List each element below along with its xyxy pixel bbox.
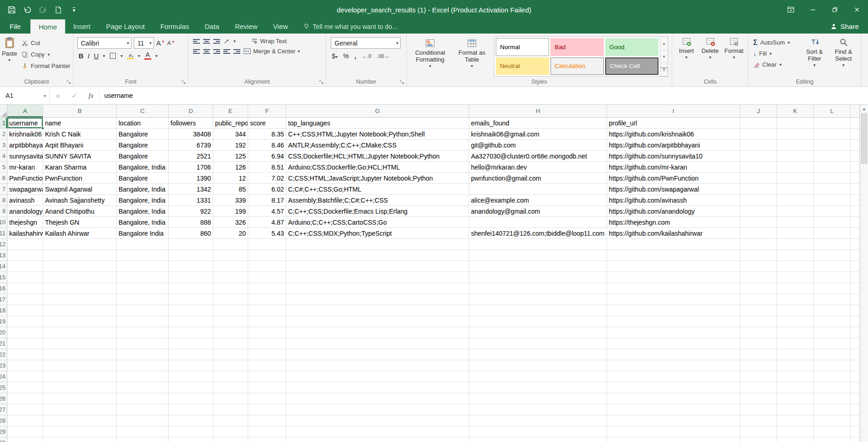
cell-H19[interactable] [469, 316, 607, 327]
cell-F28[interactable] [248, 415, 286, 426]
cell-B6[interactable]: PwnFunction [43, 173, 117, 184]
new-document-icon[interactable] [53, 5, 63, 15]
cell-F2[interactable]: 8.35 [248, 129, 286, 140]
cell-G3[interactable]: ANTLR;Assembly;C;C++;CMake;CSS [286, 140, 469, 151]
row-header-18[interactable]: 18 [0, 305, 7, 316]
cell-H10[interactable] [469, 217, 607, 228]
minimize-icon[interactable] [802, 0, 824, 19]
cell-G22[interactable] [286, 349, 469, 360]
row-header-8[interactable]: 8 [0, 195, 7, 206]
cell-E24[interactable] [213, 371, 248, 382]
row-header-4[interactable]: 4 [0, 151, 7, 162]
cell-L4[interactable] [814, 151, 851, 162]
cell-E10[interactable]: 326 [213, 217, 248, 228]
cell-D14[interactable] [169, 261, 213, 272]
row-header-10[interactable]: 10 [0, 217, 7, 228]
col-header-G[interactable]: G [286, 105, 469, 118]
cell-A7[interactable]: swapagarwal [7, 184, 43, 195]
cell-C1[interactable]: location [117, 118, 169, 129]
cell-I17[interactable] [607, 294, 740, 305]
cell-C29[interactable] [117, 426, 169, 437]
cell-I7[interactable]: https://github.com/swapagarwal [607, 184, 740, 195]
cell-D19[interactable] [169, 316, 213, 327]
cell-J20[interactable] [740, 327, 777, 338]
cell-H26[interactable] [469, 393, 607, 404]
gallery-more-icon[interactable]: ▾ [660, 63, 668, 76]
cell-F11[interactable]: 5.43 [248, 228, 286, 239]
cell-J18[interactable] [740, 305, 777, 316]
cell-H23[interactable] [469, 360, 607, 371]
cell-I23[interactable] [607, 360, 740, 371]
cell-L13[interactable] [814, 250, 851, 261]
cell-M10[interactable] [851, 217, 860, 228]
cell-L18[interactable] [814, 305, 851, 316]
cell-G6[interactable]: C;CSS;HTML;JavaScript;Jupyter Notebook;P… [286, 173, 469, 184]
cell-E25[interactable] [213, 382, 248, 393]
cell-E8[interactable]: 339 [213, 195, 248, 206]
redo-icon[interactable] [38, 5, 48, 15]
cell-J27[interactable] [740, 404, 777, 415]
cell-E5[interactable]: 126 [213, 162, 248, 173]
cell-D8[interactable]: 1331 [169, 195, 213, 206]
cell-A19[interactable] [7, 316, 43, 327]
cell-L28[interactable] [814, 415, 851, 426]
cell-H30[interactable] [469, 437, 607, 442]
insert-cells-button[interactable]: Insert ▾ [675, 34, 698, 60]
cell-A24[interactable] [7, 371, 43, 382]
cell-L7[interactable] [814, 184, 851, 195]
shrink-font-icon[interactable]: A▼ [167, 40, 175, 46]
align-middle-icon[interactable] [203, 39, 210, 44]
cell-G14[interactable] [286, 261, 469, 272]
cell-L3[interactable] [814, 140, 851, 151]
cell-K27[interactable] [777, 404, 814, 415]
cell-H3[interactable]: git@github.com [469, 140, 607, 151]
cell-E1[interactable]: public_repos [213, 118, 248, 129]
cell-B17[interactable] [43, 294, 117, 305]
vertical-scrollbar[interactable]: ▲ [860, 105, 868, 442]
cell-F27[interactable] [248, 404, 286, 415]
cell-H2[interactable]: krishnaik06@gmail.com [469, 129, 607, 140]
cell-A28[interactable] [7, 415, 43, 426]
cell-B23[interactable] [43, 360, 117, 371]
cell-A3[interactable]: arpitbbhayani [7, 140, 43, 151]
cell-K17[interactable] [777, 294, 814, 305]
style-check-cell[interactable]: Check Cell [605, 57, 658, 75]
cell-I21[interactable] [607, 338, 740, 349]
cell-A17[interactable] [7, 294, 43, 305]
align-center-icon[interactable] [203, 49, 210, 54]
cell-B11[interactable]: Kailash Ahirwar [43, 228, 117, 239]
cell-K18[interactable] [777, 305, 814, 316]
cell-E29[interactable] [213, 426, 248, 437]
cell-B8[interactable]: Avinash Sajjanshetty [43, 195, 117, 206]
number-format-combo[interactable]: General▾ [331, 37, 401, 49]
col-header-J[interactable]: J [740, 105, 777, 118]
cell-M4[interactable] [851, 151, 860, 162]
cell-A5[interactable]: mr-karan [7, 162, 43, 173]
cell-E4[interactable]: 125 [213, 151, 248, 162]
cell-F19[interactable] [248, 316, 286, 327]
cell-I8[interactable]: https://github.com/avinassh [607, 195, 740, 206]
cell-J9[interactable] [740, 206, 777, 217]
wrap-text-button[interactable]: Wrap Text [251, 38, 287, 45]
name-box[interactable]: A1 [0, 87, 40, 104]
formula-input[interactable]: username [100, 87, 868, 104]
cell-L10[interactable] [814, 217, 851, 228]
cell-L5[interactable] [814, 162, 851, 173]
cell-E12[interactable] [213, 239, 248, 250]
accounting-format-icon[interactable]: $▾ [332, 52, 338, 60]
cell-D29[interactable] [169, 426, 213, 437]
tell-me-box[interactable]: Tell me what you want to do... [303, 19, 397, 34]
cell-M22[interactable] [851, 349, 860, 360]
cell-M23[interactable] [851, 360, 860, 371]
cell-K19[interactable] [777, 316, 814, 327]
cell-H4[interactable]: Aa327030@cluster0.or68e.mongodb.net [469, 151, 607, 162]
cell-D2[interactable]: 38408 [169, 129, 213, 140]
cell-C20[interactable] [117, 327, 169, 338]
col-header-I[interactable]: I [607, 105, 740, 118]
cell-D27[interactable] [169, 404, 213, 415]
cell-A6[interactable]: PwnFunction [7, 173, 43, 184]
cell-C18[interactable] [117, 305, 169, 316]
cell-J14[interactable] [740, 261, 777, 272]
cell-G8[interactable]: Assembly;Batchfile;C;C#;C++;CSS [286, 195, 469, 206]
scrollbar-thumb[interactable] [861, 114, 867, 164]
